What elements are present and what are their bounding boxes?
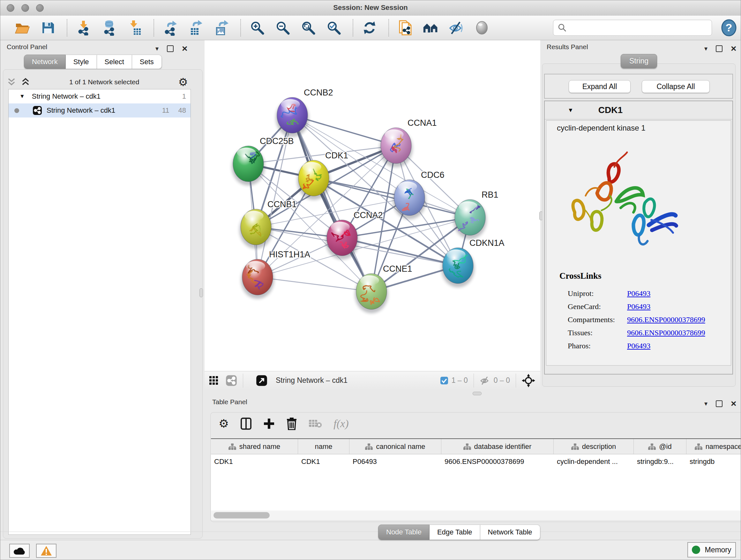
table-horizontal-scrollbar[interactable] [211, 510, 741, 520]
node-CDKN1A[interactable]: CDKN1A [441, 238, 504, 287]
save-session-icon[interactable] [40, 19, 56, 36]
refresh-icon[interactable] [361, 19, 378, 36]
network-current-dot-icon [14, 108, 19, 113]
node-CDK1[interactable]: CDK1 [297, 151, 348, 200]
open-file-icon[interactable] [14, 19, 30, 36]
show-all-icon[interactable] [474, 19, 490, 36]
bottom-splitter-handle[interactable] [473, 392, 482, 395]
column-header-database-identifier[interactable]: database identifier [441, 439, 554, 454]
add-column-icon[interactable] [263, 418, 275, 429]
network-badge-icon[interactable] [226, 375, 237, 386]
left-splitter-handle[interactable] [199, 288, 203, 297]
table-cell[interactable]: stringdb [686, 454, 741, 469]
collapse-all-button[interactable]: Collapse All [642, 80, 710, 93]
network-edge-count: 48 [179, 106, 186, 115]
expand-all-icon[interactable] [21, 77, 30, 87]
control-panel-close-icon[interactable]: × [182, 44, 188, 53]
table-row[interactable]: CDK1CDK1P064939606.ENSP00000378699cyclin… [211, 454, 741, 469]
delete-column-icon[interactable] [286, 417, 297, 430]
import-table-icon[interactable] [127, 19, 143, 36]
crosslink-link[interactable]: P06493 [627, 289, 650, 298]
delete-table-icon[interactable] [309, 419, 322, 429]
crosslink-link[interactable]: P06493 [627, 302, 650, 311]
network-canvas[interactable]: CCNB2CCNA1CDC25BCDK1CDC6RB1CCNB1CCNA2CDK… [205, 40, 540, 371]
zoom-selected-icon[interactable] [326, 19, 342, 36]
node-CDC25B[interactable]: CDC25B [232, 136, 294, 186]
table-cell[interactable]: cyclin-dependent ... [554, 454, 634, 469]
hide-selected-icon[interactable] [448, 19, 464, 36]
table-panel-collapse-icon[interactable]: ▾ [704, 400, 708, 407]
search-input[interactable] [570, 21, 712, 35]
table-settings-icon[interactable]: ⚙ [219, 418, 229, 429]
tab-edge-table[interactable]: Edge Table [429, 524, 480, 540]
node-HIST1H1A[interactable]: HIST1H1A [241, 250, 310, 299]
memory-button[interactable]: Memory [687, 542, 736, 557]
export-network-icon[interactable] [162, 19, 179, 36]
zoom-fit-icon[interactable] [300, 19, 316, 36]
tab-select[interactable]: Select [97, 55, 132, 69]
tab-network[interactable]: Network [24, 55, 66, 69]
columns-icon[interactable] [240, 417, 252, 430]
zoom-out-icon[interactable] [275, 19, 291, 36]
zoom-in-icon[interactable] [249, 19, 265, 36]
tab-style[interactable]: Style [66, 55, 97, 69]
collapse-all-icon[interactable] [7, 77, 16, 87]
network-collection-row[interactable]: ▼ String Network – cdk1 1 [9, 89, 191, 104]
function-builder-icon[interactable]: f(x) [333, 418, 348, 430]
selected-checkbox-icon[interactable] [440, 376, 448, 385]
column-header-shared-name[interactable]: shared name [211, 439, 298, 454]
scrollbar-thumb[interactable] [213, 512, 270, 518]
warning-button[interactable] [36, 544, 57, 558]
section-collapse-triangle-icon[interactable]: ▼ [568, 107, 574, 114]
search-field[interactable] [553, 20, 712, 36]
network-row[interactable]: String Network – cdk1 11 48 [9, 104, 191, 118]
tab-sets[interactable]: Sets [132, 55, 162, 69]
birds-eye-view-icon[interactable] [522, 374, 535, 387]
first-neighbors-icon[interactable] [423, 19, 439, 36]
toolbar-divider [388, 19, 389, 37]
column-header-name[interactable]: name [298, 439, 349, 454]
tab-string[interactable]: String [621, 54, 657, 68]
column-header-canonical-name[interactable]: canonical name [349, 439, 441, 454]
control-panel-collapse-icon[interactable]: ▾ [155, 45, 158, 52]
results-panel-close-icon[interactable]: × [731, 44, 737, 53]
export-table-icon[interactable] [188, 19, 204, 36]
collection-expand-triangle-icon[interactable]: ▼ [19, 93, 25, 100]
column-header-namespace[interactable]: namespace [686, 439, 741, 454]
results-section-header[interactable]: ▼ CDK1 [545, 101, 732, 119]
tab-network-table[interactable]: Network Table [480, 524, 540, 540]
node-CCNB2[interactable]: CCNB2 [276, 88, 333, 137]
import-network-database-icon[interactable] [101, 19, 117, 36]
table-panel-close-icon[interactable]: × [731, 399, 737, 408]
crosslink-link[interactable]: P06493 [627, 341, 650, 350]
open-in-new-window-icon[interactable] [256, 375, 267, 386]
tab-node-table[interactable]: Node Table [378, 524, 429, 540]
network-graph[interactable]: CCNB2CCNA1CDC25BCDK1CDC6RB1CCNB1CCNA2CDK… [205, 40, 540, 371]
table-cell[interactable]: CDK1 [211, 454, 298, 469]
table-cell[interactable]: 9606.ENSP00000378699 [441, 454, 554, 469]
grid-view-icon[interactable] [209, 376, 219, 385]
column-header-description[interactable]: description [554, 439, 634, 454]
expand-all-button[interactable]: Expand All [569, 80, 630, 93]
network-options-gear-icon[interactable]: ⚙ [179, 77, 188, 87]
table-cell[interactable]: stringdb:9... [634, 454, 686, 469]
table-panel-float-icon[interactable] [716, 400, 723, 407]
cloud-button[interactable] [9, 544, 30, 558]
import-network-file-icon[interactable] [76, 19, 91, 36]
help-icon[interactable]: ? [721, 19, 737, 37]
results-panel-float-icon[interactable] [716, 45, 723, 52]
clone-network-icon[interactable] [397, 19, 413, 36]
node-RB1[interactable]: RB1 [454, 190, 498, 239]
export-image-icon[interactable] [213, 19, 229, 36]
node-CCNA1[interactable]: CCNA1 [380, 118, 437, 167]
table-cell[interactable]: P06493 [349, 454, 441, 469]
crosslink-link[interactable]: 9606.ENSP00000378699 [627, 315, 705, 324]
column-header--id[interactable]: @id [634, 439, 686, 454]
node-CCNE1[interactable]: CCNE1 [355, 264, 412, 313]
table-cell[interactable]: CDK1 [298, 454, 349, 469]
results-panel-collapse-icon[interactable]: ▾ [704, 45, 708, 52]
hidden-eye-icon[interactable] [480, 376, 490, 385]
control-panel-float-icon[interactable] [167, 45, 174, 52]
node-label-CDC6: CDC6 [421, 170, 445, 180]
crosslink-link[interactable]: 9606.ENSP00000378699 [627, 328, 705, 337]
